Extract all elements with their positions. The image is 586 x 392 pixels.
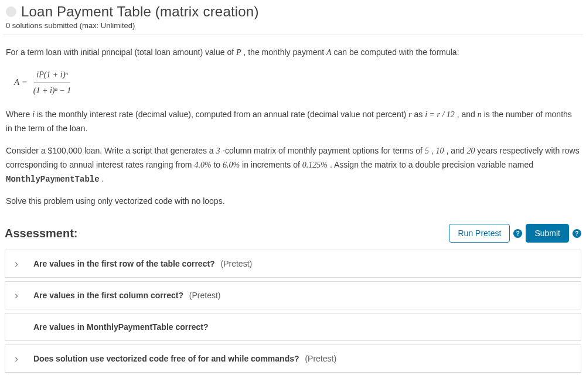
math-ten: 10 <box>436 146 444 155</box>
text: is the monthly interest rate (decimal va… <box>37 110 408 119</box>
text: . Assign the matrix to a double precisio… <box>330 160 533 169</box>
intro-paragraph: For a term loan with initial principal (… <box>6 46 580 60</box>
code-varname: MonthlyPaymentTable <box>6 175 100 184</box>
assessment-item[interactable]: › Does solution use vectorized code free… <box>5 345 581 373</box>
formula-fraction: iP(1 + i)ⁿ (1 + i)ⁿ − 1 <box>31 68 74 98</box>
text: , and <box>446 146 466 155</box>
math-eq-i: i = r / 12 <box>425 110 455 119</box>
where-paragraph: Where i is the monthly interest rate (de… <box>6 108 580 136</box>
text: , <box>431 146 436 155</box>
text: , the monthly payment <box>243 47 326 57</box>
assessment-question: Are values in the first row of the table… <box>33 259 252 268</box>
formula-denominator: (1 + i)ⁿ − 1 <box>31 83 74 98</box>
text: For a term loan with initial principal (… <box>6 47 236 57</box>
run-pretest-button[interactable]: Run Pretest <box>449 224 510 243</box>
text: to <box>213 160 223 169</box>
chevron-right-icon: › <box>15 353 23 364</box>
text: Consider a $100,000 loan. Write a script… <box>6 146 216 155</box>
help-icon-pretest[interactable]: ? <box>513 229 522 238</box>
formula-numerator: iP(1 + i)ⁿ <box>34 68 70 83</box>
question-tag: (Pretest) <box>221 259 253 268</box>
assessment-title: Assessment: <box>5 227 78 240</box>
submit-button[interactable]: Submit <box>526 224 569 243</box>
assessment-question: Are values in the first column correct? … <box>33 291 221 300</box>
header: Loan Payment Table (matrix creation) <box>4 4 582 20</box>
text: -column matrix of monthly payment option… <box>222 146 424 155</box>
text: as <box>414 110 425 119</box>
assessment-item[interactable]: › Are values in MonthlyPaymentTable corr… <box>5 313 581 341</box>
text: Where <box>6 110 32 119</box>
question-text: Does solution use vectorized code free o… <box>33 354 299 363</box>
text: in increments of <box>242 160 302 169</box>
math-pct-lo: 4.0% <box>194 161 211 169</box>
assessment-item[interactable]: › Are values in the first row of the tab… <box>5 250 581 278</box>
assessment-question: Does solution use vectorized code free o… <box>33 354 336 363</box>
math-var-n: n <box>478 110 482 119</box>
math-var-r: r <box>408 110 411 119</box>
math-five: 5 <box>425 146 429 155</box>
math-three: 3 <box>216 146 220 155</box>
math-var-A: A <box>326 48 332 57</box>
text: . <box>102 174 104 183</box>
math-var-P: P <box>236 48 241 57</box>
text: , and <box>457 110 478 119</box>
assessment-header: Assessment: Run Pretest ? Submit ? <box>4 224 582 243</box>
math-pct-step: 0.125% <box>302 161 328 169</box>
question-text: Are values in MonthlyPaymentTable correc… <box>33 322 209 332</box>
assessment-item[interactable]: › Are values in the first column correct… <box>5 281 581 309</box>
assessment-actions: Run Pretest ? Submit ? <box>449 224 581 243</box>
task-paragraph-2: Solve this problem using only vectorized… <box>6 195 580 209</box>
help-icon-submit[interactable]: ? <box>573 229 581 238</box>
task-paragraph-1: Consider a $100,000 loan. Write a script… <box>6 144 580 186</box>
question-tag: (Pretest) <box>305 354 336 363</box>
question-text: Are values in the first row of the table… <box>33 259 215 268</box>
math-pct-hi: 6.0% <box>223 161 240 169</box>
status-indicator-icon <box>6 6 16 17</box>
submission-status: 0 solutions submitted (max: Unlimited) <box>4 20 582 35</box>
assessment-question: Are values in MonthlyPaymentTable correc… <box>33 322 212 332</box>
math-twenty: 20 <box>466 146 475 155</box>
chevron-right-icon: › <box>15 290 23 301</box>
formula: A = iP(1 + i)ⁿ (1 + i)ⁿ − 1 <box>14 68 580 98</box>
question-text: Are values in the first column correct? <box>33 291 183 300</box>
page-title: Loan Payment Table (matrix creation) <box>21 4 259 20</box>
assessment-list: › Are values in the first row of the tab… <box>4 250 582 373</box>
math-var-i: i <box>32 110 35 119</box>
text: can be computed with the formula: <box>334 47 459 57</box>
chevron-right-icon: › <box>15 258 23 269</box>
problem-statement: For a term loan with initial principal (… <box>4 35 582 209</box>
formula-lhs: A = <box>14 75 28 90</box>
question-tag: (Pretest) <box>189 291 221 300</box>
